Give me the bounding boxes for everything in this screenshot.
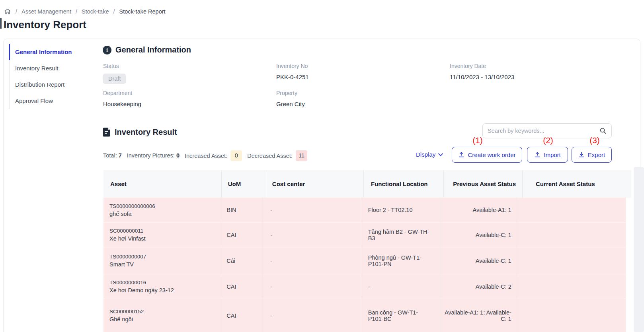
tab-approval-flow[interactable]: Approval Flow	[9, 93, 93, 109]
asset-code: TS0000000000006	[109, 203, 155, 209]
stat-inventory-pictures: Inventory Pictures: 0	[127, 152, 180, 159]
column-header-asset[interactable]: Asset	[103, 170, 221, 198]
current-asset-status-cell	[518, 198, 626, 222]
table-row[interactable]: TS0000000000006 ghế sofa BIN - Floor 2 -…	[103, 198, 626, 222]
table-body: TS0000000000006 ghế sofa BIN - Floor 2 -…	[103, 198, 626, 332]
functional-location-cell: -	[361, 274, 440, 299]
display-dropdown[interactable]: Display	[416, 151, 443, 158]
field-label: Inventory No	[276, 63, 309, 69]
functional-location-cell: Phòng ngủ - GW-T1-P101-PN	[361, 247, 440, 274]
cost-center-cell: -	[263, 223, 360, 247]
report-section-tabs: General Information Inventory Result Dis…	[9, 44, 93, 109]
previous-asset-status-cell: Available-C: 1	[440, 223, 518, 247]
field-label: Department	[103, 90, 141, 96]
column-header-cost-center[interactable]: Cost center	[265, 170, 363, 198]
cost-center-cell: -	[263, 198, 360, 222]
stat-total: Total: 7	[103, 152, 122, 159]
asset-cell: TS0000000007 Smart TV	[103, 247, 220, 274]
field-label: Status	[103, 63, 126, 69]
asset-name: Ghế ngồi	[109, 316, 133, 322]
uom-cell: BIN	[220, 198, 263, 222]
breadcrumb-stock-take-report: Stock-take Report	[119, 8, 166, 15]
table-row[interactable]: TS0000000007 Smart TV Cái - Phòng ngủ - …	[103, 247, 626, 274]
stat-label: Increased Asset:	[185, 152, 227, 159]
cost-center-cell: -	[263, 299, 360, 332]
breadcrumb-separator: /	[16, 8, 17, 15]
column-header-current-asset-status[interactable]: Current Asset Status	[522, 170, 631, 198]
table-row[interactable]: SC000000011 Xe hơi Vinfast CAI - Tầng hầ…	[103, 222, 626, 247]
asset-cell: SC000000152 Ghế ngồi	[103, 299, 220, 332]
section-title: General Information	[115, 45, 191, 54]
button-label: Export	[588, 151, 605, 158]
search-input[interactable]	[488, 128, 599, 134]
display-label: Display	[416, 151, 435, 158]
breadcrumb-separator: /	[113, 8, 115, 15]
breadcrumb-asset-management[interactable]: Asset Management	[21, 8, 71, 15]
previous-asset-status-cell: Available-C: 2	[440, 274, 518, 299]
tab-inventory-result[interactable]: Inventory Result	[9, 60, 93, 76]
column-header-functional-location[interactable]: Functional Location	[363, 170, 443, 198]
asset-name: ghế sofa	[109, 211, 132, 217]
stat-label: Inventory Pictures:	[127, 152, 175, 159]
field-label: Inventory Date	[450, 63, 514, 69]
previous-asset-status-cell: Available-C: 1	[440, 247, 518, 274]
download-icon	[578, 151, 585, 158]
stat-label: Decreased Asset:	[247, 152, 293, 159]
field-property: Property Green City	[276, 90, 305, 107]
current-asset-status-cell	[518, 274, 626, 299]
asset-cell: TS0000000000006 ghế sofa	[103, 198, 220, 222]
table-row[interactable]: TS0000000016 Xe hơi Demo ngày 23-12 CAI …	[103, 274, 626, 299]
decreased-asset-badge: 11	[296, 150, 307, 161]
export-button[interactable]: Export	[572, 147, 612, 163]
field-value: 11/10/2023 - 13/10/2023	[450, 74, 514, 80]
breadcrumb-stock-take[interactable]: Stock-take	[82, 8, 109, 15]
asset-code: TS0000000007	[109, 254, 146, 260]
general-information-heading: i General Information	[103, 45, 191, 54]
import-button[interactable]: Import	[527, 147, 568, 163]
stat-decreased-asset: Decreased Asset: 11	[247, 150, 307, 161]
field-status: Status Draft	[103, 63, 126, 84]
create-work-order-button[interactable]: Create work order	[452, 147, 522, 163]
upload-icon	[458, 151, 464, 158]
button-label: Import	[544, 151, 561, 158]
tab-label: Approval Flow	[15, 97, 53, 104]
asset-code: SC000000011	[109, 228, 143, 234]
asset-code: SC000000152	[109, 309, 144, 315]
table-row[interactable]: SC000000152 Ghế ngồi CAI - Ban công - GW…	[103, 299, 626, 332]
tab-label: General Information	[15, 49, 72, 55]
current-asset-status-cell	[518, 223, 626, 247]
column-header-uom[interactable]: UoM	[221, 170, 265, 198]
tab-distribution-report[interactable]: Distribution Report	[9, 76, 93, 93]
home-icon[interactable]	[4, 8, 11, 15]
chevron-down-icon	[438, 153, 443, 156]
document-icon	[103, 127, 111, 137]
current-asset-status-cell	[518, 299, 626, 332]
stat-increased-asset: Increased Asset: 0	[185, 150, 242, 161]
asset-cell: TS0000000016 Xe hơi Demo ngày 23-12	[103, 274, 220, 299]
tab-label: Inventory Result	[15, 65, 58, 72]
field-label: Property	[276, 90, 305, 96]
uom-cell: CAI	[220, 274, 263, 299]
annotation-3: (3)	[587, 136, 603, 145]
field-value: Green City	[276, 101, 305, 107]
breadcrumb-separator: /	[76, 8, 77, 15]
increased-asset-badge: 0	[230, 150, 242, 161]
section-title: Inventory Result	[115, 128, 177, 137]
uom-cell: CAI	[220, 223, 263, 247]
column-header-previous-asset-status[interactable]: Previous Asset Status	[443, 170, 522, 198]
info-icon: i	[103, 46, 111, 54]
summary-stats: Total: 7 Inventory Pictures: 0 Increased…	[103, 149, 307, 161]
cost-center-cell: -	[263, 274, 360, 299]
stat-label: Total:	[103, 152, 117, 159]
scrollbar-track[interactable]	[634, 167, 644, 332]
tab-general-information[interactable]: General Information	[9, 44, 93, 60]
status-badge: Draft	[103, 74, 126, 84]
tab-label: Distribution Report	[15, 81, 64, 88]
annotation-2: (2)	[540, 136, 556, 145]
asset-code: TS0000000016	[109, 280, 146, 285]
functional-location-cell: Floor 2 - TT02.10	[361, 198, 440, 222]
table-header-row: Asset UoM Cost center Functional Locatio…	[103, 170, 631, 198]
search-icon[interactable]	[599, 127, 607, 134]
button-label: Create work order	[468, 151, 515, 158]
field-department: Department Housekeeping	[103, 90, 141, 107]
